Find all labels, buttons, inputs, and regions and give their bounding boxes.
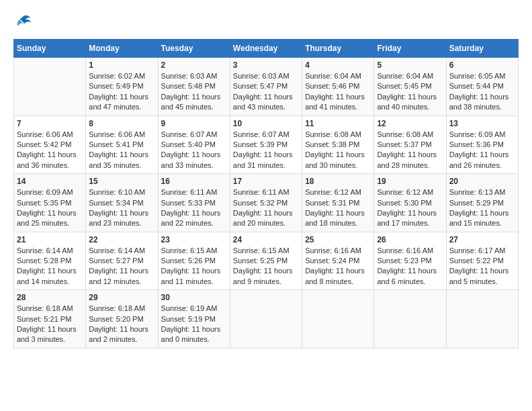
calendar-cell: 29Sunrise: 6:18 AMSunset: 5:20 PMDayligh… (86, 290, 158, 349)
day-number: 26 (377, 235, 443, 244)
column-header-thursday: Thursday (302, 40, 374, 58)
cell-info-line: Sunset: 5:29 PM (449, 198, 515, 208)
cell-info-line: and 38 minutes. (449, 102, 515, 112)
calendar-cell (302, 290, 374, 349)
week-row-4: 21Sunrise: 6:14 AMSunset: 5:28 PMDayligh… (14, 232, 519, 290)
week-row-2: 7Sunrise: 6:06 AMSunset: 5:42 PMDaylight… (14, 116, 519, 174)
cell-info-line: Sunset: 5:26 PM (161, 256, 227, 266)
cell-info-line: Daylight: 11 hours (161, 324, 227, 334)
cell-info-line: Sunset: 5:22 PM (449, 256, 515, 266)
cell-info-line: Sunrise: 6:03 AM (233, 71, 299, 81)
cell-info-line: Sunset: 5:30 PM (377, 198, 443, 208)
day-number: 27 (449, 235, 515, 244)
cell-info-line: Daylight: 11 hours (233, 266, 299, 276)
calendar-cell: 21Sunrise: 6:14 AMSunset: 5:28 PMDayligh… (14, 232, 86, 290)
calendar-cell: 27Sunrise: 6:17 AMSunset: 5:22 PMDayligh… (446, 232, 518, 290)
calendar-cell: 22Sunrise: 6:14 AMSunset: 5:27 PMDayligh… (86, 232, 158, 290)
calendar-cell (230, 290, 302, 349)
calendar-cell: 23Sunrise: 6:15 AMSunset: 5:26 PMDayligh… (158, 232, 230, 290)
day-number: 20 (449, 177, 515, 186)
week-row-5: 28Sunrise: 6:18 AMSunset: 5:21 PMDayligh… (14, 290, 519, 349)
cell-info-line: Sunrise: 6:05 AM (449, 71, 515, 81)
column-header-tuesday: Tuesday (158, 40, 230, 58)
cell-info-line: Sunset: 5:41 PM (89, 140, 154, 150)
cell-info-line: and 2 minutes. (89, 334, 154, 345)
cell-info-line: Sunset: 5:25 PM (233, 256, 299, 266)
cell-info-line: Sunset: 5:45 PM (377, 81, 443, 91)
day-number: 5 (377, 60, 443, 70)
cell-info-line: Sunrise: 6:19 AM (161, 304, 227, 314)
cell-info-line: and 30 minutes. (305, 161, 371, 171)
calendar-cell: 20Sunrise: 6:13 AMSunset: 5:29 PMDayligh… (446, 174, 518, 232)
cell-info-line: Sunset: 5:31 PM (305, 198, 371, 208)
day-number: 30 (161, 293, 227, 302)
cell-info-line: Daylight: 11 hours (161, 208, 227, 218)
day-number: 12 (377, 119, 443, 128)
cell-info-line: and 14 minutes. (17, 277, 83, 287)
cell-info-line: and 45 minutes. (161, 102, 227, 112)
day-number: 16 (161, 177, 227, 186)
cell-info-line: and 15 minutes. (449, 218, 515, 228)
calendar-cell: 18Sunrise: 6:12 AMSunset: 5:31 PMDayligh… (302, 174, 374, 232)
calendar-cell: 25Sunrise: 6:16 AMSunset: 5:24 PMDayligh… (302, 232, 374, 290)
cell-info-line: Sunset: 5:38 PM (305, 140, 371, 150)
cell-info-line: Sunrise: 6:17 AM (449, 246, 515, 256)
cell-info-line: Sunrise: 6:14 AM (89, 246, 154, 256)
cell-info-line: Daylight: 11 hours (233, 92, 299, 102)
day-number: 18 (305, 177, 371, 186)
cell-info-line: Sunset: 5:40 PM (161, 140, 227, 150)
cell-info-line: Daylight: 11 hours (161, 92, 227, 102)
day-number: 13 (449, 119, 515, 128)
cell-info-line: Sunset: 5:33 PM (161, 198, 227, 208)
cell-info-line: Sunrise: 6:13 AM (449, 187, 515, 197)
cell-info-line: Daylight: 11 hours (377, 266, 443, 276)
cell-info-line: Sunrise: 6:07 AM (161, 130, 227, 140)
day-number: 21 (17, 235, 83, 244)
day-number: 8 (89, 119, 154, 128)
cell-info-line: Sunrise: 6:09 AM (17, 187, 83, 197)
day-number: 10 (233, 119, 299, 128)
day-number: 24 (233, 235, 299, 244)
cell-info-line: Sunrise: 6:11 AM (161, 187, 227, 197)
cell-info-line: and 33 minutes. (161, 161, 227, 171)
cell-info-line: and 5 minutes. (449, 277, 515, 287)
cell-info-line: Daylight: 11 hours (305, 92, 371, 102)
cell-info-line: Sunrise: 6:08 AM (377, 130, 443, 140)
calendar-cell: 30Sunrise: 6:19 AMSunset: 5:19 PMDayligh… (158, 290, 230, 349)
cell-info-line: and 40 minutes. (377, 102, 443, 112)
cell-info-line: Sunset: 5:21 PM (17, 314, 83, 324)
cell-info-line: Daylight: 11 hours (305, 266, 371, 276)
day-number: 7 (17, 119, 83, 128)
cell-info-line: and 6 minutes. (377, 277, 443, 287)
cell-info-line: Sunrise: 6:12 AM (377, 187, 443, 197)
cell-info-line: Sunrise: 6:16 AM (377, 246, 443, 256)
cell-info-line: Sunset: 5:37 PM (377, 140, 443, 150)
cell-info-line: Sunset: 5:44 PM (449, 81, 515, 91)
column-headers: SundayMondayTuesdayWednesdayThursdayFrid… (14, 40, 519, 58)
cell-info-line: Daylight: 11 hours (89, 208, 154, 218)
cell-info-line: Daylight: 11 hours (449, 92, 515, 102)
day-number: 28 (17, 293, 83, 302)
cell-info-line: Daylight: 11 hours (377, 92, 443, 102)
calendar-cell: 15Sunrise: 6:10 AMSunset: 5:34 PMDayligh… (86, 174, 158, 232)
cell-info-line: Sunrise: 6:04 AM (305, 71, 371, 81)
calendar-cell: 17Sunrise: 6:11 AMSunset: 5:32 PMDayligh… (230, 174, 302, 232)
cell-info-line: Sunrise: 6:02 AM (89, 71, 154, 81)
calendar-cell: 1Sunrise: 6:02 AMSunset: 5:49 PMDaylight… (86, 58, 158, 116)
day-number: 25 (305, 235, 371, 244)
cell-info-line: Sunrise: 6:03 AM (161, 71, 227, 81)
cell-info-line: Sunset: 5:42 PM (17, 140, 83, 150)
day-number: 22 (89, 235, 154, 244)
cell-info-line: and 17 minutes. (377, 218, 443, 228)
cell-info-line: Sunrise: 6:06 AM (17, 130, 83, 140)
cell-info-line: Daylight: 11 hours (233, 150, 299, 160)
day-number: 3 (233, 60, 299, 70)
cell-info-line: Daylight: 11 hours (305, 208, 371, 218)
cell-info-line: Daylight: 11 hours (17, 208, 83, 218)
calendar-cell: 26Sunrise: 6:16 AMSunset: 5:23 PMDayligh… (374, 232, 446, 290)
cell-info-line: Daylight: 11 hours (449, 266, 515, 276)
calendar-cell: 9Sunrise: 6:07 AMSunset: 5:40 PMDaylight… (158, 116, 230, 174)
calendar-cell: 16Sunrise: 6:11 AMSunset: 5:33 PMDayligh… (158, 174, 230, 232)
cell-info-line: and 25 minutes. (17, 218, 83, 228)
cell-info-line: Sunset: 5:47 PM (233, 81, 299, 91)
